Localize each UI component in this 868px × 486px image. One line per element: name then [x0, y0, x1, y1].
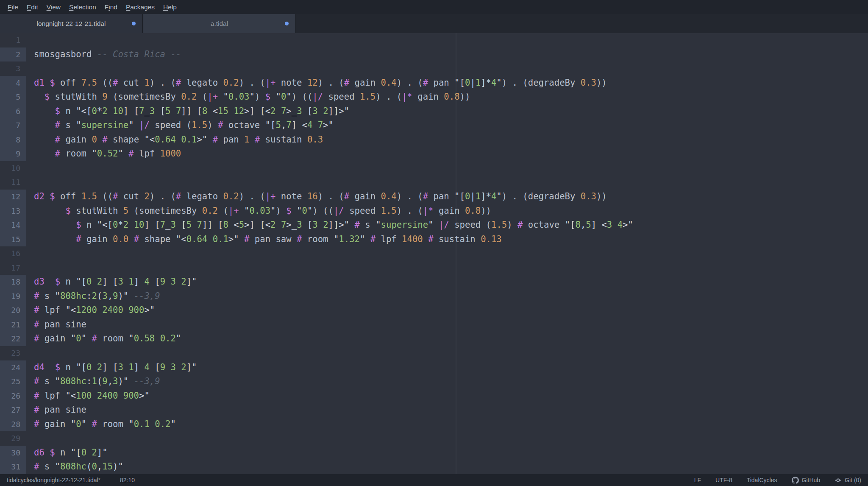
code-line[interactable]: # gain "0" # room "0.1 0.2"	[26, 417, 868, 432]
line-number[interactable]: 22	[0, 332, 26, 346]
code-line[interactable]	[26, 33, 868, 47]
code-row: 4d1 $ off 7.5 ((# cut 1) . (# legato 0.2…	[0, 76, 868, 90]
code-line[interactable]: # gain "0" # room "0.58 0.2"	[26, 332, 868, 346]
line-number[interactable]: 27	[0, 403, 26, 417]
code-line[interactable]: # s "808hc(0,15)"	[26, 460, 868, 474]
code-line[interactable]: smosgasbord -- Costa Rica --	[26, 47, 868, 62]
line-number[interactable]: 20	[0, 303, 26, 318]
line-number[interactable]: 6	[0, 104, 26, 119]
menu-item-find[interactable]: Find	[100, 3, 122, 11]
code-line[interactable]: # pan sine	[26, 318, 868, 332]
line-number[interactable]: 29	[0, 431, 26, 446]
code-row: 24d4 $ n "[0 2] [3 1] 4 [9 3 2]"	[0, 360, 868, 375]
line-number[interactable]: 24	[0, 360, 26, 375]
menu-item-edit[interactable]: Edit	[22, 3, 42, 11]
code-line[interactable]: # lpf "<1200 2400 900>"	[26, 303, 868, 318]
line-number[interactable]: 21	[0, 318, 26, 332]
status-right: LF UTF-8 TidalCycles GitHub Git (0)	[694, 477, 861, 484]
line-number[interactable]: 9	[0, 147, 26, 161]
tab-longnight-22-12-21.tidal[interactable]: longnight-22-12-21.tidal	[0, 14, 143, 33]
code-row: 29	[0, 431, 868, 446]
code-line[interactable]	[26, 61, 868, 76]
line-number[interactable]: 23	[0, 346, 26, 360]
code-line[interactable]: # gain 0 # shape "<0.64 0.1>" # pan 1 # …	[26, 133, 868, 147]
code-line[interactable]: $ n "<[0*2 10] [7_3 [5 7]] [8 <15 12>] […	[26, 104, 868, 119]
menu-item-file[interactable]: File	[3, 3, 22, 11]
tab-a.tidal[interactable]: a.tidal	[143, 14, 296, 33]
code-row: 28# gain "0" # room "0.1 0.2"	[0, 417, 868, 432]
line-ending-indicator[interactable]: LF	[694, 477, 701, 483]
line-number[interactable]: 12	[0, 190, 26, 204]
code-line[interactable]	[26, 431, 868, 446]
code-line[interactable]	[26, 346, 868, 360]
menu-item-packages[interactable]: Packages	[122, 3, 159, 11]
code-line[interactable]: # s "808hc:1(9,3)" --3,9	[26, 374, 868, 389]
code-row: 9 # room "0.52" # lpf 1000	[0, 147, 868, 161]
code-row: 10	[0, 161, 868, 176]
line-number[interactable]: 26	[0, 389, 26, 403]
encoding-indicator[interactable]: UTF-8	[715, 477, 732, 483]
code-line[interactable]: # lpf "<100 2400 900>"	[26, 389, 868, 403]
status-left: tidalcycles/longnight-22-12-21.tidal* 82…	[7, 477, 135, 483]
line-number[interactable]: 31	[0, 460, 26, 474]
code-line[interactable]: d3 $ n "[0 2] [3 1] 4 [9 3 2]"	[26, 275, 868, 289]
line-number[interactable]: 11	[0, 175, 26, 190]
github-icon	[792, 477, 799, 484]
line-number[interactable]: 2	[0, 47, 26, 62]
git-status[interactable]: Git (0)	[835, 477, 861, 484]
line-number[interactable]: 4	[0, 76, 26, 90]
line-number[interactable]: 8	[0, 133, 26, 147]
line-number[interactable]: 5	[0, 90, 26, 104]
code-line[interactable]	[26, 246, 868, 261]
code-line[interactable]	[26, 175, 868, 190]
code-line[interactable]: # s "supersine" |/ speed (1.5) # octave …	[26, 118, 868, 133]
modified-dot-icon	[132, 22, 136, 25]
code-row: 7 # s "supersine" |/ speed (1.5) # octav…	[0, 118, 868, 133]
line-number[interactable]: 16	[0, 246, 26, 261]
code-line[interactable]	[26, 261, 868, 275]
code-line[interactable]: d2 $ off 1.5 ((# cut 2) . (# legato 0.2)…	[26, 190, 868, 204]
code-row: 13 $ stutWith 5 (sometimesBy 0.2 (|+ "0.…	[0, 204, 868, 218]
code-row: 2smosgasbord -- Costa Rica --	[0, 47, 868, 62]
line-number[interactable]: 30	[0, 446, 26, 460]
cursor-position[interactable]: 82:10	[120, 477, 135, 483]
menu-item-view[interactable]: View	[42, 3, 65, 11]
editor-area[interactable]: 12smosgasbord -- Costa Rica --34d1 $ off…	[0, 33, 868, 474]
line-number[interactable]: 3	[0, 61, 26, 76]
tab-label: longnight-22-12-21.tidal	[37, 20, 106, 28]
code-row: 17	[0, 261, 868, 275]
github-status[interactable]: GitHub	[792, 477, 821, 484]
menu-bar: FileEditViewSelectionFindPackagesHelp	[0, 0, 868, 14]
code-row: 26# lpf "<100 2400 900>"	[0, 389, 868, 403]
code-line[interactable]: # s "808hc:2(3,9)" --3,9	[26, 289, 868, 304]
code-line[interactable]: # room "0.52" # lpf 1000	[26, 147, 868, 161]
line-number[interactable]: 15	[0, 232, 26, 247]
code-line[interactable]: $ stutWith 5 (sometimesBy 0.2 (|+ "0.03"…	[26, 204, 868, 218]
code-line[interactable]: d4 $ n "[0 2] [3 1] 4 [9 3 2]"	[26, 360, 868, 375]
wrap-guide-line	[456, 33, 456, 474]
code-line[interactable]: $ n "<[0*2 10] [7_3 [5 7]] [8 <5>] [<2 7…	[26, 218, 868, 232]
line-number[interactable]: 1	[0, 33, 26, 47]
line-number[interactable]: 28	[0, 417, 26, 432]
code-line[interactable]	[26, 161, 868, 176]
code-line[interactable]: # pan sine	[26, 403, 868, 417]
menu-item-selection[interactable]: Selection	[65, 3, 100, 11]
grammar-indicator[interactable]: TidalCycles	[747, 477, 777, 483]
line-number[interactable]: 13	[0, 204, 26, 218]
line-number[interactable]: 14	[0, 218, 26, 232]
line-number[interactable]: 7	[0, 118, 26, 133]
line-number[interactable]: 10	[0, 161, 26, 176]
menu-item-help[interactable]: Help	[159, 3, 181, 11]
code-line[interactable]: d6 $ n "[0 2]"	[26, 446, 868, 460]
code-row: 25# s "808hc:1(9,3)" --3,9	[0, 374, 868, 389]
line-number[interactable]: 18	[0, 275, 26, 289]
line-number[interactable]: 25	[0, 374, 26, 389]
code-row: 1	[0, 33, 868, 47]
code-row: 15 # gain 0.0 # shape "<0.64 0.1>" # pan…	[0, 232, 868, 247]
code-line[interactable]: d1 $ off 7.5 ((# cut 1) . (# legato 0.2)…	[26, 76, 868, 90]
code-line[interactable]: $ stutWith 9 (sometimesBy 0.2 (|+ "0.03"…	[26, 90, 868, 104]
line-number[interactable]: 19	[0, 289, 26, 304]
line-number[interactable]: 17	[0, 261, 26, 275]
file-path: tidalcycles/longnight-22-12-21.tidal*	[7, 477, 100, 483]
code-line[interactable]: # gain 0.0 # shape "<0.64 0.1>" # pan sa…	[26, 232, 868, 247]
